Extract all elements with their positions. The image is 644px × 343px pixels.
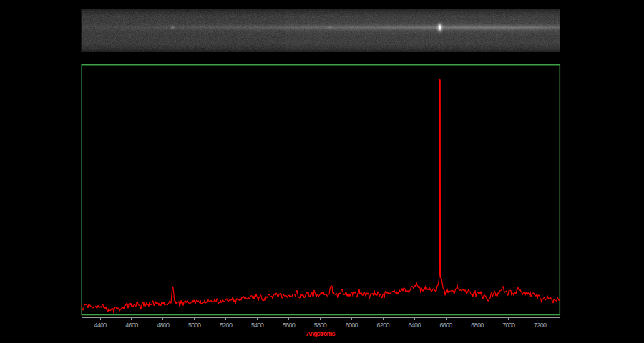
svg-text:5800: 5800 [314,322,327,329]
svg-text:5400: 5400 [251,322,264,329]
svg-text:Angstroms: Angstroms [306,330,336,337]
svg-text:5000: 5000 [188,322,201,329]
svg-text:6000: 6000 [346,322,358,329]
svg-text:5200: 5200 [220,322,233,329]
svg-text:4600: 4600 [125,322,138,329]
svg-text:4800: 4800 [157,322,170,329]
svg-text:7200: 7200 [534,322,547,329]
svg-text:7000: 7000 [502,322,515,329]
svg-text:5600: 5600 [283,322,296,329]
svg-text:4400: 4400 [94,322,107,329]
svg-text:6600: 6600 [439,322,452,329]
svg-text:6800: 6800 [471,322,484,329]
svg-text:6200: 6200 [377,322,390,329]
svg-text:6400: 6400 [408,322,421,329]
